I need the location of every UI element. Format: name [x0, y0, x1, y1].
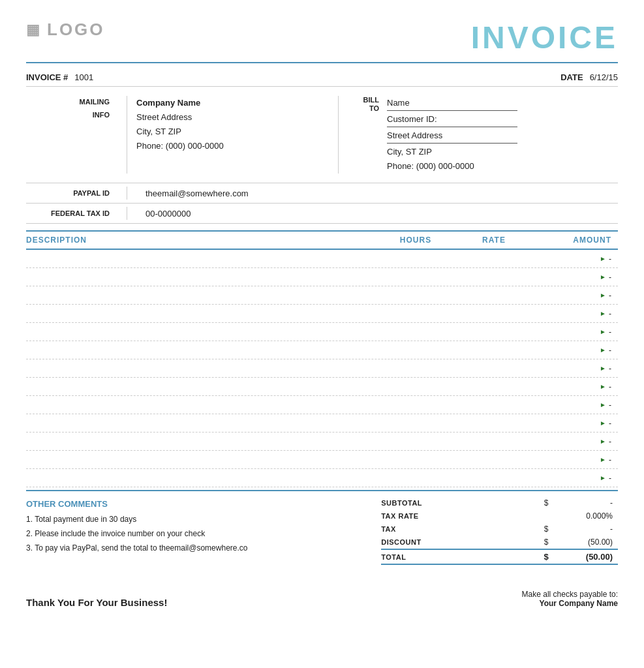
- table-row: ► -: [26, 359, 618, 378]
- discount-value: (50.00): [559, 538, 618, 547]
- th-rate: RATE: [455, 235, 533, 245]
- bill-to-label: BILL TO: [348, 96, 387, 174]
- green-tick-icon: ►: [600, 346, 606, 354]
- bill-to-content: Name Customer ID: Street Address City, S…: [387, 96, 618, 174]
- td-hours: [376, 421, 455, 425]
- subtotal-value: -: [559, 498, 618, 508]
- tax-rate-value: 0.000%: [559, 511, 618, 521]
- bill-city: City, ST ZIP: [387, 145, 618, 159]
- table-row: ► -: [26, 414, 618, 433]
- td-hours: [376, 257, 455, 261]
- totals-area: SUBTOTAL $ - TAX RATE 0.000% TAX $ - DIS…: [381, 491, 618, 570]
- td-hours: [376, 403, 455, 407]
- td-description: [26, 476, 376, 480]
- invoice-title: INVOICE: [471, 20, 618, 55]
- td-rate: [455, 403, 533, 407]
- table-row: ► -: [26, 250, 618, 268]
- td-rate: [455, 275, 533, 279]
- discount-row: DISCOUNT $ (50.00): [381, 536, 618, 549]
- td-hours: [376, 440, 455, 444]
- invoice-number-label: INVOICE #: [26, 72, 68, 82]
- payable-to: Make all checks payable to: Your Company…: [522, 590, 618, 608]
- payable-line1: Make all checks payable to:: [522, 590, 618, 599]
- table-row: ► -: [26, 286, 618, 305]
- td-rate: [455, 385, 533, 389]
- invoice-number-area: INVOICE # 1001: [26, 72, 93, 82]
- date-area: DATE 6/12/15: [560, 72, 618, 82]
- td-description: [26, 348, 376, 352]
- discount-dollar: $: [533, 538, 559, 547]
- green-tick-icon: ►: [600, 328, 606, 335]
- td-description: [26, 440, 376, 444]
- info-section: MAILING INFO Company Name Street Address…: [26, 87, 618, 183]
- table-row: ► -: [26, 341, 618, 359]
- td-description: [26, 385, 376, 389]
- td-hours: [376, 312, 455, 316]
- green-tick-icon: ►: [600, 273, 606, 281]
- table-row: ► -: [26, 451, 618, 469]
- amount-value: -: [609, 327, 611, 337]
- green-tick-icon: ►: [600, 383, 606, 390]
- amount-value: -: [609, 401, 611, 410]
- amount-value: -: [609, 254, 611, 264]
- total-dollar: $: [533, 552, 559, 562]
- divider-3: [127, 187, 127, 200]
- company-name: Company Name: [136, 96, 329, 110]
- total-label: TOTAL: [381, 553, 533, 561]
- bill-phone: Phone: (000) 000-0000: [387, 159, 618, 174]
- td-rate: [455, 312, 533, 316]
- td-amount: ► -: [533, 289, 618, 302]
- bill-street: Street Address: [387, 129, 517, 144]
- meta-row: INVOICE # 1001 DATE 6/12/15: [26, 68, 618, 87]
- invoice-header: ▦ LOGO INVOICE: [26, 20, 618, 55]
- table-row: ► -: [26, 323, 618, 341]
- mailing-street: Street Address: [136, 110, 329, 125]
- mailing-city: City, ST ZIP: [136, 125, 329, 139]
- td-hours: [376, 294, 455, 297]
- paypal-label: PAYPAL ID: [26, 189, 117, 197]
- comment-line: 1. Total payment due in 30 days: [26, 513, 381, 527]
- tax-dollar: $: [533, 524, 559, 534]
- amount-value: -: [609, 364, 611, 373]
- green-tick-icon: ►: [600, 365, 606, 372]
- thank-you-text: Thank You For Your Business!: [26, 597, 167, 608]
- td-amount: ► -: [533, 362, 618, 375]
- td-description: [26, 257, 376, 261]
- th-description: DESCRIPTION: [26, 235, 376, 245]
- td-rate: [455, 476, 533, 480]
- bottom-section: OTHER COMMENTS 1. Total payment due in 3…: [26, 490, 618, 570]
- tax-label-total: TAX: [381, 525, 533, 533]
- td-rate: [455, 440, 533, 444]
- divider-4: [127, 207, 127, 220]
- tax-value: -: [559, 524, 618, 534]
- tax-row-total: TAX $ -: [381, 523, 618, 536]
- table-row: ► -: [26, 378, 618, 396]
- amount-value: -: [609, 455, 611, 464]
- td-amount: ► -: [533, 399, 618, 412]
- date-label: DATE: [560, 72, 583, 82]
- comment-line: 2. Please include the invoice number on …: [26, 527, 381, 541]
- tax-rate-row: TAX RATE 0.000%: [381, 509, 618, 523]
- green-tick-icon: ►: [600, 255, 606, 262]
- td-amount: ► -: [533, 271, 618, 284]
- td-amount: ► -: [533, 453, 618, 466]
- federal-tax-label: FEDERAL TAX ID: [26, 209, 117, 217]
- comment-line: 3. To pay via PayPal, send the total to …: [26, 541, 381, 556]
- logo-area: ▦ LOGO: [26, 20, 105, 40]
- amount-value: -: [609, 437, 611, 446]
- td-description: [26, 421, 376, 425]
- logo-text: LOGO: [47, 20, 105, 40]
- th-hours: HOURS: [376, 235, 455, 245]
- divider-1: [127, 96, 127, 174]
- td-rate: [455, 348, 533, 352]
- divider-2: [338, 96, 339, 174]
- table-header: DESCRIPTION HOURS RATE AMOUNT: [26, 230, 618, 250]
- td-amount: ► -: [533, 307, 618, 320]
- td-rate: [455, 294, 533, 297]
- green-tick-icon: ►: [600, 401, 606, 408]
- td-hours: [376, 367, 455, 371]
- subtotal-label: SUBTOTAL: [381, 499, 533, 507]
- green-tick-icon: ►: [600, 438, 606, 445]
- td-description: [26, 367, 376, 371]
- mailing-phone: Phone: (000) 000-0000: [136, 139, 329, 153]
